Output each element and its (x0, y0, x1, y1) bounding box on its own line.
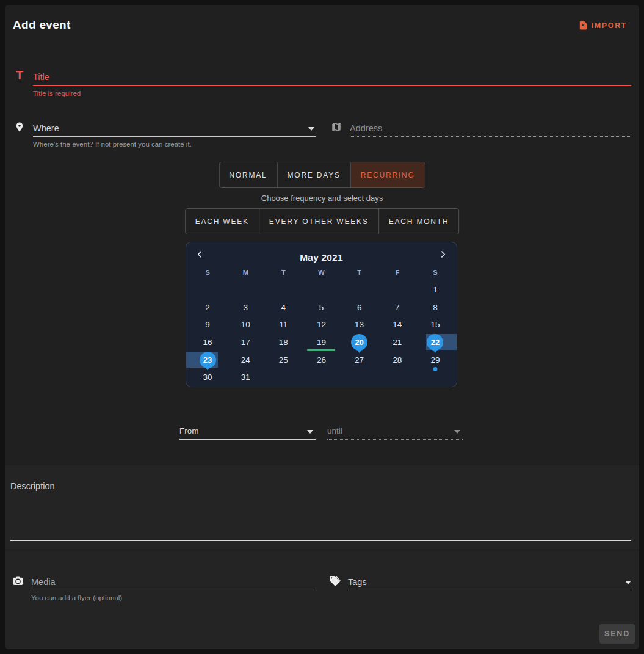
tags-field (328, 573, 631, 590)
next-month-button[interactable] (438, 249, 448, 260)
calendar-day-5[interactable]: 5 (302, 299, 340, 316)
where-select[interactable] (33, 120, 316, 137)
calendar-day-29[interactable]: 29 (416, 351, 454, 369)
day-number: 16 (203, 338, 212, 347)
weekday-label: S (189, 266, 226, 279)
calendar-month-title: May 2021 (300, 252, 343, 263)
calendar-day-10[interactable]: 10 (226, 316, 264, 333)
import-button-label: IMPORT (592, 21, 627, 30)
day-number: 12 (317, 320, 326, 329)
day-number: 9 (205, 320, 210, 329)
calendar-day-31[interactable]: 31 (226, 368, 264, 386)
calendar-day-empty (264, 281, 302, 299)
day-number: 2 (205, 303, 210, 312)
calendar-day-14[interactable]: 14 (378, 316, 416, 333)
day-number: 19 (317, 338, 326, 347)
calendar-weekday-row: SMTWTFS (189, 266, 454, 279)
day-number: 3 (243, 303, 248, 312)
calendar-day-empty (302, 368, 340, 386)
calendar-day-28[interactable]: 28 (378, 351, 416, 369)
calendar-day-25[interactable]: 25 (264, 351, 302, 369)
calendar-day-empty (302, 281, 340, 299)
calendar-day-18[interactable]: 18 (264, 333, 302, 351)
title-error-text: Title is required (33, 90, 631, 97)
calendar-day-empty (226, 281, 264, 299)
chevron-down-icon[interactable] (307, 430, 313, 434)
from-field (179, 423, 316, 440)
calendar-day-16[interactable]: 16 (189, 333, 226, 351)
send-button[interactable]: SEND (599, 624, 635, 644)
frequency-caption: Choose frequency and select days (5, 194, 639, 203)
title-input[interactable] (33, 68, 631, 86)
text-title-icon: T (13, 68, 26, 82)
tab-every-other-weeks[interactable]: EVERY OTHER WEEKS (259, 209, 378, 234)
tab-each-week[interactable]: EACH WEEK (186, 209, 259, 234)
media-helper-text: You can add a flyer (optional) (31, 594, 316, 601)
tags-icon (328, 574, 341, 587)
calendar-day-11[interactable]: 11 (264, 316, 302, 333)
calendar-day-8[interactable]: 8 (416, 299, 454, 316)
day-number: 8 (433, 303, 438, 312)
calendar-day-21[interactable]: 21 (378, 333, 416, 351)
media-input[interactable] (31, 573, 316, 590)
weekday-label: M (226, 266, 264, 279)
day-number: 28 (393, 355, 402, 365)
chevron-down-icon[interactable] (625, 581, 631, 584)
day-number: 6 (357, 303, 362, 312)
address-input[interactable] (350, 120, 631, 137)
where-helper-text: Where's the event? If not present you ca… (33, 140, 316, 148)
calendar-day-3[interactable]: 3 (226, 299, 264, 316)
calendar-day-4[interactable]: 4 (264, 299, 302, 316)
calendar-day-12[interactable]: 12 (302, 316, 340, 333)
day-dot-marker (433, 367, 437, 371)
calendar-day-15[interactable]: 15 (416, 316, 454, 333)
import-button[interactable]: IMPORT (578, 20, 627, 31)
chevron-down-icon[interactable] (308, 127, 314, 131)
calendar-day-17[interactable]: 17 (226, 333, 264, 351)
calendar-day-26[interactable]: 26 (302, 351, 340, 369)
calendar-day-22[interactable]: 22 (416, 333, 454, 351)
camera-icon (11, 574, 24, 587)
from-select[interactable] (179, 423, 316, 440)
calendar-day-empty (189, 281, 226, 299)
calendar-day-30[interactable]: 30 (189, 368, 226, 386)
until-select[interactable] (327, 423, 463, 440)
calendar-day-27[interactable]: 27 (341, 351, 378, 369)
calendar: May 2021 SMTWTFS 12345678910111213141516… (186, 242, 457, 387)
tab-normal[interactable]: NORMAL (219, 162, 277, 187)
day-number: 11 (279, 320, 288, 329)
calendar-day-19[interactable]: 19 (302, 333, 340, 351)
calendar-day-23[interactable]: 23 (189, 351, 226, 369)
calendar-day-24[interactable]: 24 (226, 351, 264, 369)
calendar-day-13[interactable]: 13 (341, 316, 378, 333)
chevron-left-icon (196, 251, 204, 260)
weekday-label: T (264, 266, 302, 279)
day-number: 30 (203, 372, 212, 382)
day-number: 4 (281, 303, 286, 312)
tags-select[interactable] (348, 573, 631, 590)
day-number: 31 (241, 372, 250, 382)
address-field (330, 120, 631, 137)
description-textarea[interactable] (10, 481, 631, 541)
tab-more-days[interactable]: MORE DAYS (277, 162, 350, 187)
day-number: 17 (241, 338, 250, 347)
calendar-day-7[interactable]: 7 (378, 299, 416, 316)
title-field: T Title is required (13, 68, 631, 97)
day-number: 15 (430, 320, 440, 329)
chevron-right-icon (439, 251, 447, 260)
description-section (5, 465, 639, 549)
day-number: 13 (355, 320, 364, 329)
weekday-label: F (378, 266, 416, 279)
calendar-day-6[interactable]: 6 (341, 299, 378, 316)
calendar-day-empty (341, 281, 378, 299)
calendar-day-empty (378, 368, 416, 386)
calendar-day-1[interactable]: 1 (416, 281, 454, 299)
tab-recurring[interactable]: RECURRING (350, 162, 425, 187)
previous-month-button[interactable] (195, 249, 205, 260)
calendar-header: May 2021 (186, 242, 457, 263)
calendar-day-2[interactable]: 2 (189, 299, 226, 316)
calendar-day-9[interactable]: 9 (189, 316, 226, 333)
calendar-day-20[interactable]: 20 (341, 333, 378, 351)
tab-each-month[interactable]: EACH MONTH (378, 209, 459, 234)
calendar-day-empty (378, 281, 416, 299)
